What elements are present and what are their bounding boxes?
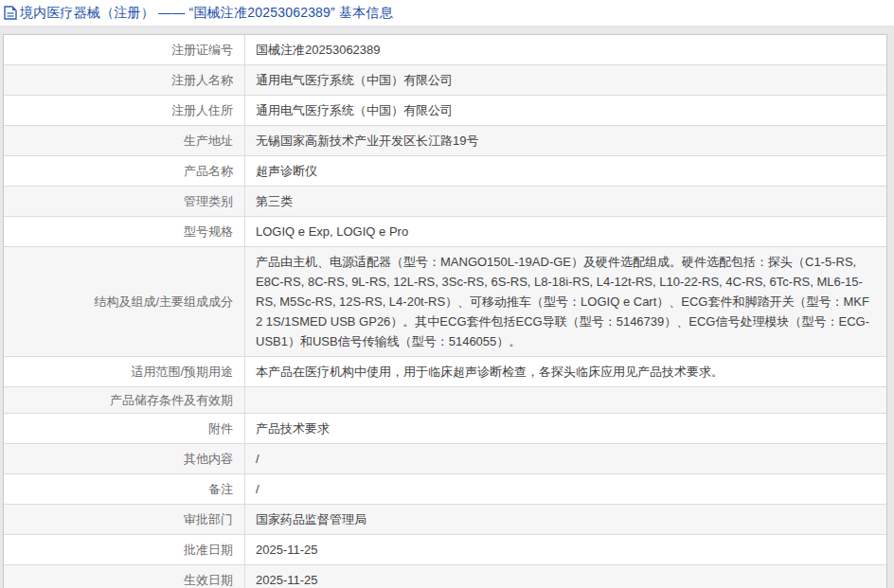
row-label: 注册人名称 <box>4 65 245 95</box>
row-value: 2025-11-25 <box>245 565 886 588</box>
row-value: 2025-11-25 <box>245 535 886 564</box>
row-value: 通用电气医疗系统（中国）有限公司 <box>245 96 886 125</box>
row-label: 审批部门 <box>4 505 245 534</box>
document-icon <box>4 6 17 20</box>
row-value: 第三类 <box>245 187 886 216</box>
row-value: 产品技术要求 <box>245 414 886 443</box>
table-row-composition: 结构及组成/主要组成成分 产品由主机、电源适配器（型号：MANGO150L-19… <box>4 247 886 357</box>
table-row-product-name: 产品名称 超声诊断仪 <box>4 156 886 187</box>
page-header: 境内医疗器械（注册） —— “国械注准20253062389” 基本信息 <box>0 0 894 27</box>
row-label: 其他内容 <box>4 444 245 473</box>
row-label: 型号规格 <box>4 217 245 246</box>
row-value: 国家药品监督管理局 <box>245 505 886 534</box>
row-value <box>245 387 886 413</box>
row-value: 国械注准20253062389 <box>245 35 886 64</box>
table-row-production-address: 生产地址 无锡国家高新技术产业开发区长江路19号 <box>4 126 886 156</box>
row-label: 产品储存条件及有效期 <box>4 387 245 413</box>
row-label: 备注 <box>4 474 245 504</box>
row-value: 无锡国家高新技术产业开发区长江路19号 <box>245 126 886 155</box>
row-label: 生效日期 <box>4 565 245 588</box>
row-label: 产品名称 <box>4 156 245 186</box>
table-row-model-spec: 型号规格 LOGIQ e Exp, LOGIQ e Pro <box>4 217 886 247</box>
row-label: 附件 <box>4 414 245 443</box>
row-value: 通用电气医疗系统（中国）有限公司 <box>245 65 886 95</box>
row-label: 注册证编号 <box>4 35 245 64</box>
table-row-effective-date: 生效日期 2025-11-25 <box>4 565 886 588</box>
table-row-approval-department: 审批部门 国家药品监督管理局 <box>4 505 886 535</box>
row-label: 批准日期 <box>4 535 245 564</box>
row-label: 生产地址 <box>4 126 245 155</box>
row-value: 本产品在医疗机构中使用，用于临床超声诊断检查，各探头临床应用见产品技术要求。 <box>245 357 886 386</box>
table-row-attachments: 附件 产品技术要求 <box>4 414 886 444</box>
table-row-remarks: 备注 / <box>4 474 886 505</box>
table-row-approval-date: 批准日期 2025-11-25 <box>4 535 886 565</box>
row-label: 适用范围/预期用途 <box>4 357 245 386</box>
row-value: / <box>245 444 886 473</box>
table-row-other-content: 其他内容 / <box>4 444 886 474</box>
row-label: 结构及组成/主要组成成分 <box>4 247 245 356</box>
table-row-registrant-address: 注册人住所 通用电气医疗系统（中国）有限公司 <box>4 96 886 126</box>
table-row-reg-number: 注册证编号 国械注准20253062389 <box>4 35 886 65</box>
registration-info-table: 注册证编号 国械注准20253062389 注册人名称 通用电气医疗系统（中国）… <box>3 34 887 588</box>
row-value: 超声诊断仪 <box>245 156 886 186</box>
row-value: LOGIQ e Exp, LOGIQ e Pro <box>245 217 886 246</box>
table-row-intended-use: 适用范围/预期用途 本产品在医疗机构中使用，用于临床超声诊断检查，各探头临床应用… <box>4 357 886 387</box>
table-row-registrant-name: 注册人名称 通用电气医疗系统（中国）有限公司 <box>4 65 886 96</box>
row-label: 管理类别 <box>4 187 245 216</box>
table-row-management-class: 管理类别 第三类 <box>4 187 886 217</box>
page-title: 境内医疗器械（注册） —— “国械注准20253062389” 基本信息 <box>20 5 393 22</box>
table-row-storage-conditions: 产品储存条件及有效期 <box>4 387 886 414</box>
row-label: 注册人住所 <box>4 96 245 125</box>
row-value: 产品由主机、电源适配器（型号：MANGO150L-19AD-GE）及硬件选配组成… <box>245 247 886 356</box>
row-value: / <box>245 474 886 504</box>
